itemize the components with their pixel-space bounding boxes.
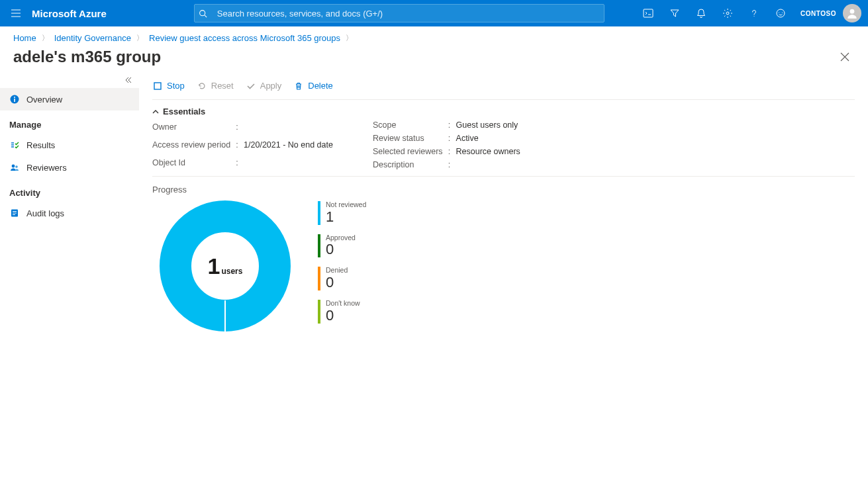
breadcrumb-home[interactable]: Home: [13, 33, 36, 43]
cloud-shell-button[interactable]: [635, 0, 661, 26]
scope-value: Guest users only: [456, 120, 520, 130]
chevron-up-icon: [152, 109, 159, 115]
description-label: Description: [373, 160, 443, 169]
essentials-label: Essentials: [163, 107, 205, 116]
donut-center: 1 users: [159, 200, 291, 332]
svg-rect-9: [14, 99, 15, 102]
sidebar-item-label: Reviewers: [26, 163, 67, 173]
directory-filter-button[interactable]: [661, 0, 688, 26]
legend-value: 0: [326, 308, 360, 324]
stop-button[interactable]: Stop: [152, 81, 185, 91]
info-icon: [9, 94, 20, 105]
legend-value: 0: [326, 275, 348, 290]
brand-label[interactable]: Microsoft Azure: [32, 8, 115, 19]
settings-button[interactable]: [714, 0, 741, 26]
progress-legend: Not reviewed 1 Approved 0 Denied 0: [318, 200, 366, 324]
legend-value: 1: [326, 209, 366, 225]
account-avatar[interactable]: [843, 4, 861, 22]
search-wrap: [194, 4, 635, 22]
search-icon: [195, 9, 212, 18]
sidebar-item-label: Results: [26, 140, 55, 150]
svg-rect-16: [13, 214, 15, 215]
feedback-button[interactable]: [767, 0, 794, 26]
close-icon: [840, 52, 849, 62]
chevron-right-icon: 〉: [346, 33, 353, 43]
global-search[interactable]: [194, 4, 604, 22]
essentials-left-column: Owner: Access review period:1/20/2021 - …: [152, 120, 333, 169]
scope-label: Scope: [373, 120, 443, 130]
svg-rect-14: [13, 211, 17, 212]
reviewers-value: Resource owners: [456, 147, 520, 156]
period-value: 1/20/2021 - No end date: [244, 140, 333, 150]
body: Overview Manage Results Reviewers Activi…: [0, 72, 868, 345]
audit-logs-icon: [9, 208, 20, 218]
cloud-shell-icon: [643, 8, 653, 19]
reset-button: Reset: [197, 81, 234, 91]
svg-point-5: [779, 12, 779, 13]
gear-icon: [722, 8, 733, 19]
sidebar-section-manage: Manage: [0, 110, 139, 134]
filter-icon: [669, 8, 680, 19]
legend-color-bar: [318, 267, 320, 290]
close-button[interactable]: [835, 47, 855, 67]
sidebar-item-results[interactable]: Results: [0, 134, 139, 156]
svg-point-10: [14, 97, 15, 98]
owner-label: Owner: [152, 122, 230, 132]
legend-denied: Denied 0: [318, 267, 366, 290]
status-value: Active: [456, 134, 520, 143]
person-icon: [846, 7, 858, 19]
breadcrumb: Home 〉 Identity Governance 〉 Review gues…: [0, 26, 868, 46]
sidebar-item-reviewers[interactable]: Reviewers: [0, 156, 139, 179]
objectid-label: Object Id: [152, 158, 230, 167]
sidebar-item-overview[interactable]: Overview: [0, 88, 139, 110]
svg-point-12: [15, 165, 18, 168]
help-button[interactable]: [741, 0, 767, 26]
legend-color-bar: [318, 300, 320, 324]
svg-rect-15: [13, 213, 17, 214]
legend-color-bar: [318, 201, 320, 225]
svg-point-3: [726, 12, 729, 15]
search-input[interactable]: [212, 9, 604, 19]
chevron-right-icon: 〉: [136, 33, 144, 43]
sidebar-item-label: Overview: [26, 95, 62, 105]
cmd-label: Apply: [260, 81, 282, 91]
progress-row: 1 users Not reviewed 1 Approved 0: [152, 200, 855, 332]
stop-icon: [152, 81, 163, 91]
essentials-toggle[interactable]: Essentials: [152, 100, 855, 120]
apply-button: Apply: [246, 81, 282, 91]
svg-point-6: [782, 12, 783, 13]
reset-icon: [197, 81, 207, 91]
status-label: Review status: [373, 134, 443, 143]
delete-button[interactable]: Delete: [293, 81, 333, 91]
svg-point-4: [777, 9, 785, 17]
legend-value: 0: [326, 242, 356, 257]
sidebar: Overview Manage Results Reviewers Activi…: [0, 72, 139, 345]
chevron-right-icon: 〉: [42, 33, 49, 43]
sidebar-item-audit-logs[interactable]: Audit logs: [0, 202, 139, 224]
collapse-sidebar-button[interactable]: [0, 75, 139, 88]
cmd-label: Delete: [308, 81, 333, 91]
bell-icon: [696, 8, 706, 19]
breadcrumb-review-guest-access[interactable]: Review guest access across Microsoft 365…: [149, 33, 340, 43]
top-bar: Microsoft Azure CONTOSO: [0, 0, 868, 26]
legend-not-reviewed: Not reviewed 1: [318, 201, 366, 225]
legend-approved: Approved 0: [318, 234, 366, 258]
command-bar: Stop Reset Apply Delete: [152, 72, 855, 100]
svg-point-0: [200, 10, 205, 15]
cmd-label: Reset: [211, 81, 234, 91]
donut-unit: users: [221, 267, 242, 276]
svg-line-1: [205, 15, 207, 17]
delete-icon: [293, 81, 304, 91]
results-icon: [9, 140, 20, 150]
essentials-right-column: Scope:Guest users only Review status:Act…: [373, 120, 520, 169]
sidebar-section-activity: Activity: [0, 179, 139, 202]
breadcrumb-identity-governance[interactable]: Identity Governance: [54, 33, 131, 43]
essentials-grid: Owner: Access review period:1/20/2021 - …: [152, 120, 855, 177]
hamburger-menu[interactable]: [0, 0, 32, 26]
legend-label: Not reviewed: [326, 201, 366, 209]
reviewers-label: Selected reviewers: [373, 147, 443, 156]
legend-color-bar: [318, 234, 320, 258]
notifications-button[interactable]: [688, 0, 714, 26]
cmd-label: Stop: [167, 81, 185, 91]
page-title: adele's m365 group: [13, 48, 161, 66]
